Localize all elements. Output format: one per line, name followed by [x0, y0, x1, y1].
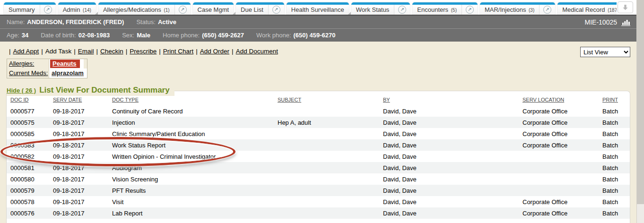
cell-doc-id: 0000575 [7, 117, 49, 128]
doc-row-0000578[interactable]: 000057809-18-2017VisitDavid, DaveCorpora… [7, 196, 630, 207]
tab-scroll-down-button[interactable] [618, 1, 633, 13]
column-header-by[interactable]: BY [379, 91, 519, 105]
doc-row-0000583[interactable]: 000058309-18-2017Work Status ReportDavid… [7, 139, 630, 151]
cell-print: Batch [599, 162, 630, 173]
tab-popout-encounters[interactable]: ↗ [461, 5, 478, 15]
tab-encounters[interactable]: Encounters (5)↗ [412, 2, 478, 15]
current-meds-label-cell: Current Meds: [7, 69, 49, 78]
tab-due-list[interactable]: Due List↗ [236, 2, 284, 15]
tab-label: Admin (14) [58, 5, 96, 15]
doc-row-0000579[interactable]: 000057909-18-2017PFT ResultsDavid, DaveB… [7, 185, 630, 196]
cell-by: David, Dave [379, 173, 519, 185]
quick-info-box: Allergies: Peanuts Current Meds: alprazo… [7, 59, 87, 78]
doc-row-0000577[interactable]: 000057709-18-2017Continuity of Care Reco… [7, 105, 630, 117]
cell-serv-date: 09-18-2017 [49, 162, 108, 173]
cell-print: Batch [599, 196, 630, 207]
add-appt-link[interactable]: Add Appt [13, 48, 39, 55]
allergy-peanuts-link[interactable]: Peanuts [50, 60, 80, 68]
med-alprazolam-link[interactable]: alprazolam [50, 69, 86, 77]
allergies-link[interactable]: Allergies: [9, 60, 34, 67]
tab-count-badge: (3) [529, 8, 534, 13]
tab-label: Summary [4, 5, 40, 15]
page-title: List View For Document Summary [39, 86, 170, 95]
separator: | [159, 48, 161, 55]
doc-row-0000585[interactable]: 000058509-18-2017Clinic Summary/Patient … [7, 128, 630, 139]
cell-doc-type: PFT Results [108, 185, 274, 196]
tab-popout-due-list[interactable]: ↗ [268, 5, 284, 15]
allergies-label-cell: Allergies: [7, 59, 49, 69]
popout-arrow-icon: ↗ [398, 6, 406, 14]
cell-by: David, Dave [379, 196, 519, 207]
separator: | [74, 48, 76, 55]
cell-by: David, Dave [379, 128, 519, 139]
tab-mar-injections[interactable]: MAR/Injections (3)↗ [480, 2, 555, 15]
tab-label: MAR/Injections (3) [480, 5, 539, 15]
vertical-scrollbar-thumb[interactable] [637, 0, 644, 204]
tab-allergies-medications[interactable]: Allergies/Medications (1)↗ [98, 2, 191, 15]
popout-arrow-icon: ↗ [44, 6, 52, 14]
add-order-link[interactable]: Add Order [200, 48, 229, 55]
name-label: Name: [7, 18, 25, 26]
add-task-link[interactable]: Add Task [45, 48, 71, 55]
cell-serv-date: 09-18-2017 [49, 207, 108, 219]
tab-label: Work Status [351, 5, 394, 15]
tab-summary[interactable]: Summary↗ [4, 2, 56, 15]
tab-popout-allergies-medications[interactable]: ↗ [174, 5, 191, 15]
column-header-print[interactable]: PRINT [599, 91, 630, 105]
cell-serv-location: Corporate Office [519, 117, 599, 128]
doc-row-0000581[interactable]: 000058109-18-2017AudiogramDavid, DaveBat… [7, 162, 630, 173]
cell-doc-type: Clinic Summary/Patient Education [108, 128, 274, 139]
work-phone-label: Work phone: [256, 32, 291, 39]
tab-case-mgmt[interactable]: Case Mgmt [193, 2, 234, 15]
cell-doc-type: Continuity of Care Record [108, 105, 274, 117]
cell-doc-id: 0000580 [7, 173, 49, 185]
patient-age: 34 [22, 32, 28, 39]
doc-row-0000582[interactable]: 000058209-18-2017Written Opinion - Crimi… [7, 151, 630, 162]
down-arrow-icon [622, 4, 629, 11]
column-header-serv-location[interactable]: SERV LOCATION [519, 91, 599, 105]
cell-by: David, Dave [379, 162, 519, 173]
tab-popout-mar-injections[interactable]: ↗ [539, 5, 555, 15]
tab-label: Health Surveillance [287, 5, 349, 15]
tab-count-badge: (14) [83, 8, 91, 13]
cell-print: Batch [599, 105, 630, 117]
age-label: Age: [7, 32, 19, 39]
tab-popout-summary[interactable]: ↗ [40, 5, 56, 15]
cell-doc-id: 0000585 [7, 128, 49, 139]
popout-arrow-icon: ↗ [466, 6, 474, 14]
cell-print: Batch [599, 207, 630, 219]
hide-link[interactable]: Hide ( 26 ) [7, 87, 36, 94]
cell-by: David, Dave [379, 105, 519, 117]
doc-row-0000580[interactable]: 000058009-18-2017Vision ScreeningDavid, … [7, 173, 630, 185]
doc-row-0000575[interactable]: 000057509-18-2017InjectionHep A, adultDa… [7, 117, 630, 128]
tab-admin[interactable]: Admin (14) [58, 2, 96, 15]
cell-serv-date: 09-18-2017 [49, 139, 108, 151]
cell-by: David, Dave [379, 117, 519, 128]
tab-medical-record[interactable]: Medical Record (187) [557, 2, 617, 15]
action-link-bar: |Add Appt|Add Task|Email|Checkin|Prescri… [7, 48, 278, 55]
cell-serv-location: Corporate Office [519, 196, 599, 207]
tab-work-status[interactable]: Work Status↗ [351, 2, 410, 15]
column-header-subject[interactable]: SUBJECT [274, 91, 379, 105]
patient-name: ANDERSON, FREDERICK (FRED) [27, 18, 124, 26]
tab-health-surveillance[interactable]: Health Surveillance [287, 2, 349, 15]
bar-chart-icon[interactable] [621, 18, 631, 26]
checkin-link[interactable]: Checkin [100, 48, 123, 55]
print-chart-link[interactable]: Print Chart [163, 48, 194, 55]
tab-label: Allergies/Medications (1) [98, 5, 174, 15]
email-link[interactable]: Email [78, 48, 94, 55]
view-select[interactable]: List View [580, 47, 630, 57]
patient-sex: Male [137, 32, 150, 39]
add-document-link[interactable]: Add Document [236, 48, 278, 55]
cell-subject [274, 185, 379, 196]
cell-subject [274, 173, 379, 185]
doc-row-0000576[interactable]: 000057609-18-2017Lab ReportDavid, DaveCo… [7, 207, 630, 219]
cell-serv-date: 09-18-2017 [49, 185, 108, 196]
cell-doc-type: Work Status Report [108, 139, 274, 151]
cell-serv-location: Corporate Office [519, 207, 599, 219]
cell-doc-id: 0000576 [7, 207, 49, 219]
tab-popout-work-status[interactable]: ↗ [394, 5, 410, 15]
cell-by: David, Dave [379, 139, 519, 151]
prescribe-link[interactable]: Prescribe [130, 48, 157, 55]
current-meds-link[interactable]: Current Meds: [9, 69, 48, 77]
